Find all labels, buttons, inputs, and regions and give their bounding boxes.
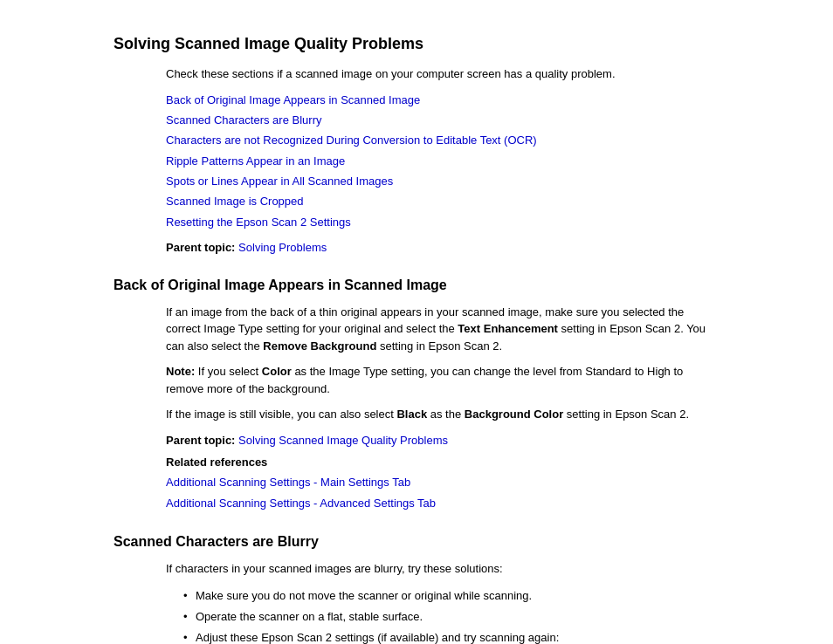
toc-link-1[interactable]: Back of Original Image Appears in Scanne…	[166, 90, 719, 110]
color-bold: Color	[262, 365, 292, 378]
toc-link-6[interactable]: Scanned Image is Cropped	[166, 191, 719, 211]
toc-link-4[interactable]: Ripple Patterns Appear in an Image	[166, 151, 719, 171]
link-spots[interactable]: Spots or Lines Appear in All Scanned Ima…	[166, 175, 393, 188]
back-original-note: Note: If you select Color as the Image T…	[166, 363, 719, 397]
main-heading: Solving Scanned Image Quality Problems	[114, 35, 719, 53]
toc-link-3[interactable]: Characters are not Recognized During Con…	[166, 130, 719, 150]
link-ocr[interactable]: Characters are not Recognized During Con…	[166, 134, 537, 147]
text-enhancement-bold1: Text Enhancement	[458, 322, 558, 335]
related-references-section: Related references Additional Scanning S…	[166, 456, 719, 513]
related-link-1[interactable]: Additional Scanning Settings - Main Sett…	[166, 472, 719, 492]
section-blurry-title: Scanned Characters are Blurry	[114, 534, 719, 550]
section-back-original: Back of Original Image Appears in Scanne…	[114, 277, 719, 513]
page-container: Solving Scanned Image Quality Problems C…	[0, 0, 833, 644]
section-blurry-body: If characters in your scanned images are…	[166, 560, 719, 644]
section-back-original-body: If an image from the back of a thin orig…	[166, 304, 719, 513]
toc-link-7[interactable]: Resetting the Epson Scan 2 Settings	[166, 212, 719, 232]
back-original-parent-topic: Parent topic: Solving Scanned Image Qual…	[166, 432, 719, 449]
section-blurry: Scanned Characters are Blurry If charact…	[114, 534, 719, 644]
blurry-intro: If characters in your scanned images are…	[166, 560, 719, 578]
note-label: Note:	[166, 365, 195, 378]
toc-parent-topic: Parent topic: Solving Problems	[166, 239, 719, 257]
blurry-bullet-3: Adjust these Epson Scan 2 settings (if a…	[183, 628, 719, 644]
toc-link-5[interactable]: Spots or Lines Appear in All Scanned Ima…	[166, 171, 719, 191]
back-original-para2: If the image is still visible, you can a…	[166, 406, 719, 423]
back-original-parent-link[interactable]: Solving Scanned Image Quality Problems	[238, 434, 448, 447]
background-color-bold: Background Color	[465, 408, 563, 421]
link-ripple[interactable]: Ripple Patterns Appear in an Image	[166, 154, 345, 168]
black-bold: Black	[396, 408, 427, 421]
link-main-settings[interactable]: Additional Scanning Settings - Main Sett…	[166, 476, 410, 489]
link-reset[interactable]: Resetting the Epson Scan 2 Settings	[166, 216, 351, 229]
toc-parent-topic-link[interactable]: Solving Problems	[238, 241, 327, 254]
back-original-para1: If an image from the back of a thin orig…	[166, 304, 719, 355]
blurry-bullets: Make sure you do not move the scanner or…	[183, 586, 719, 644]
parent-topic-label: Parent topic:	[166, 241, 235, 254]
related-refs-label: Related references	[166, 456, 719, 469]
remove-background-bold: Remove Background	[263, 339, 376, 353]
intro-text: Check these sections if a scanned image …	[166, 65, 719, 83]
back-original-parent-label: Parent topic:	[166, 434, 235, 447]
link-scanned-chars[interactable]: Scanned Characters are Blurry	[166, 113, 321, 127]
section-back-original-title: Back of Original Image Appears in Scanne…	[114, 277, 719, 293]
toc-links: Back of Original Image Appears in Scanne…	[166, 90, 719, 233]
link-cropped[interactable]: Scanned Image is Cropped	[166, 195, 304, 208]
toc-link-2[interactable]: Scanned Characters are Blurry	[166, 110, 719, 130]
related-link-2[interactable]: Additional Scanning Settings - Advanced …	[166, 493, 719, 513]
link-advanced-settings[interactable]: Additional Scanning Settings - Advanced …	[166, 497, 436, 510]
link-back-original[interactable]: Back of Original Image Appears in Scanne…	[166, 93, 420, 106]
blurry-bullet-2: Operate the scanner on a flat, stable su…	[183, 607, 719, 627]
blurry-bullet-1: Make sure you do not move the scanner or…	[183, 586, 719, 606]
related-refs-links: Additional Scanning Settings - Main Sett…	[166, 472, 719, 513]
